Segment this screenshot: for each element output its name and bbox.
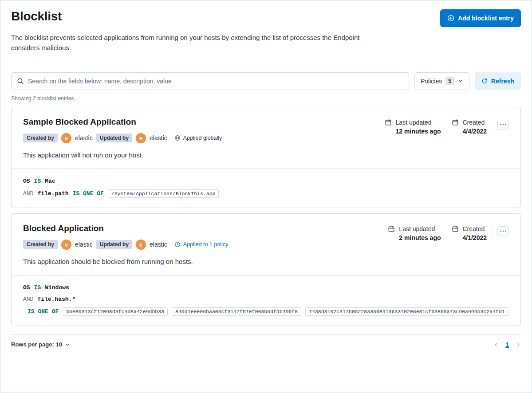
criteria-os-operator: IS [34,178,41,185]
calendar-icon [385,119,392,126]
entry-attribution-row: Created by e elastic Updated by e elasti… [23,240,228,250]
created-by-badge: Created by [23,134,58,142]
updated-by-username: elastic [150,134,167,141]
calendar-icon [452,225,459,232]
pagination: 1 [493,341,521,348]
criteria-operator: IS ONE OF [28,308,59,315]
criteria-conjunction: AND [23,190,33,197]
chevron-right-icon [516,342,521,347]
created-label: Created [463,225,487,232]
page-number-button[interactable]: 1 [505,341,509,348]
refresh-label: Refresh [491,78,514,85]
results-count-text: Showing 2 blocklist entries [11,95,521,102]
created-label: Created [463,119,487,126]
criteria-os-operator: IS [34,284,41,291]
criteria-operator: IS ONE OF [73,190,104,197]
criteria-value-chip: /System/Applications/BlockThis.app [108,189,219,198]
scope-label: Applied to 1 policy [183,241,228,248]
entry-header: Blocked Application Created by e elastic… [12,214,520,250]
created-by-avatar: e [61,133,71,143]
chevron-left-icon [493,342,499,347]
blocklist-entry-card: Blocked Application Created by e elastic… [11,213,521,326]
criteria-values-line: IS ONE OF bbe80313cf12098d3fc4d8a42e9dbb… [28,307,509,316]
updated-by-avatar: e [136,240,146,250]
scope-indicator-global: Applied globally [174,135,222,141]
page-title: Blocklist [11,9,62,24]
clock-icon [174,241,181,248]
toolbar: Policies 5 Refresh [11,72,521,90]
criteria-condition-line: AND file.path IS ONE OF /System/Applicat… [23,189,509,198]
entry-attribution-row: Created by e elastic Updated by e elasti… [23,133,222,143]
chevron-down-icon [457,78,463,84]
search-box [11,72,409,90]
calendar-icon [388,225,395,232]
previous-page-button[interactable] [493,342,499,347]
last-updated-meta: Last updated 2 minutes ago [388,225,441,241]
last-updated-label: Last updated [399,225,441,232]
updated-by-avatar: e [136,133,146,143]
criteria-conjunction: AND [23,296,33,303]
refresh-icon [481,78,488,84]
entry-header: Sample Blocked Application Created by e … [12,107,520,143]
add-blocklist-entry-label: Add blocklist entry [458,15,514,22]
last-updated-meta: Last updated 12 minutes ago [385,119,441,135]
created-value: 4/4/2022 [463,128,487,135]
created-by-badge: Created by [23,240,58,249]
blocklist-page: Blocklist Add blocklist entry The blockl… [0,0,532,393]
last-updated-value: 2 minutes ago [399,234,441,241]
ellipsis-icon [500,230,506,232]
chevron-down-icon [65,342,70,347]
criteria-condition-line: AND file.hash.* [23,296,509,303]
criteria-os-line: OS IS Windows [23,284,509,291]
page-header: Blocklist Add blocklist entry The blockl… [11,9,521,65]
table-footer: Rows per page: 10 1 [11,334,521,362]
entry-title: Sample Blocked Application [23,117,222,127]
search-input[interactable] [28,78,403,85]
created-meta: Created 4/1/2022 [452,225,487,241]
updated-by-username: elastic [150,241,167,248]
calendar-icon [452,119,459,126]
criteria-os-field: OS [23,178,30,185]
refresh-button[interactable]: Refresh [475,72,521,90]
created-meta: Created 4/4/2022 [452,119,487,135]
criteria-os-field: OS [23,284,30,291]
rows-per-page-select[interactable]: Rows per page: 10 [11,341,70,348]
scope-indicator-policy-link[interactable]: Applied to 1 policy [174,241,228,248]
criteria-os-value: Windows [45,284,69,291]
updated-by-badge: Updated by [96,240,132,249]
globe-icon [174,135,181,141]
criteria-value-chip: 7438d3102c317b05228a350891363340206e81cf… [305,307,508,316]
criteria-os-line: OS IS Mac [23,178,509,185]
entry-criteria: OS IS Windows AND file.hash.* IS ONE OF … [12,275,520,326]
criteria-os-value: Mac [45,178,55,185]
entry-criteria: OS IS Mac AND file.path IS ONE OF /Syste… [12,169,520,208]
updated-by-badge: Updated by [96,134,132,142]
entry-description: This application should be blocked from … [12,250,520,275]
created-by-username: elastic [75,241,93,248]
entry-description: This application will not run on your ho… [12,143,520,169]
policies-count-badge: 5 [445,77,454,85]
blocklist-entry-card: Sample Blocked Application Created by e … [11,107,521,208]
rows-per-page-label: Rows per page: 10 [11,341,62,348]
scope-label: Applied globally [183,135,222,141]
criteria-value-chip: 840d1eee06baa05cf3147fb7ef003b5dfdb49bf8 [172,307,301,316]
entry-actions-button[interactable] [497,226,509,236]
add-blocklist-entry-button[interactable]: Add blocklist entry [440,9,521,27]
criteria-field: file.hash.* [37,296,75,303]
page-description: The blocklist prevents selected applicat… [11,32,362,53]
created-by-avatar: e [61,240,71,250]
criteria-value-chip: bbe80313cf12098d3fc4d8a42e9dbb33 [63,307,168,316]
entry-title: Blocked Application [23,224,228,233]
ellipsis-icon [500,124,506,126]
created-by-username: elastic [75,134,93,141]
criteria-field: file.path [37,190,68,197]
plus-in-circle-icon [447,15,454,22]
policies-filter-button[interactable]: Policies 5 [414,72,469,90]
created-value: 4/1/2022 [463,234,487,241]
last-updated-value: 12 minutes ago [396,128,441,135]
search-icon [17,78,24,85]
last-updated-label: Last updated [396,119,441,126]
entry-actions-button[interactable] [497,120,509,130]
policies-filter-label: Policies [421,78,442,85]
next-page-button[interactable] [516,342,521,347]
